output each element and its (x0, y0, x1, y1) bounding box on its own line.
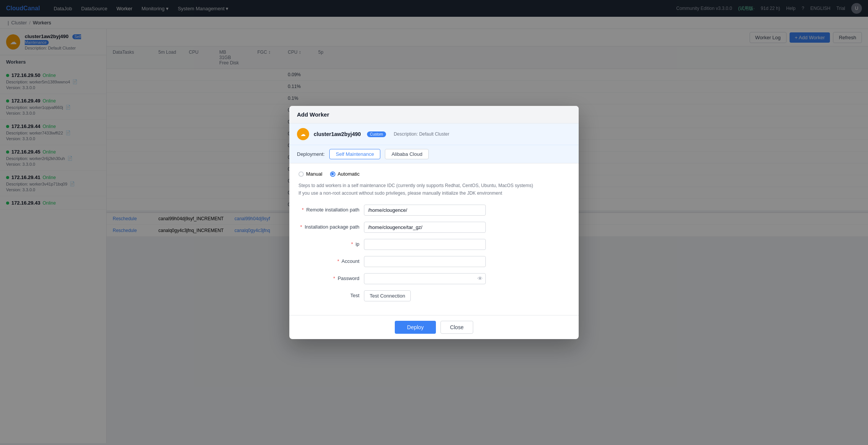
ip-input[interactable] (364, 239, 486, 250)
info-line2: If you use a non-root account without su… (298, 190, 570, 197)
radio-manual[interactable]: Manual (298, 171, 322, 177)
required-star: * (302, 207, 304, 213)
test-connection-row: Test Test Connection (298, 290, 570, 301)
account-label: * Account (298, 256, 359, 264)
remote-installation-row: * Remote installation path (298, 205, 570, 216)
account-row: * Account (298, 256, 570, 267)
remote-installation-input[interactable] (364, 205, 486, 216)
required-star: * (333, 275, 335, 281)
manual-radio-circle[interactable] (298, 171, 304, 177)
tab-alibaba-cloud[interactable]: Alibaba Cloud (385, 149, 429, 159)
automatic-radio-circle[interactable] (330, 171, 335, 177)
required-star: * (351, 241, 353, 247)
radio-automatic-label: Automatic (338, 171, 360, 177)
modal-footer: Deploy Close (289, 315, 579, 339)
modal-title: Add Worker (297, 111, 329, 118)
close-button[interactable]: Close (440, 321, 473, 334)
modal-cluster-avatar: ☁ (297, 128, 309, 140)
modal-overlay[interactable]: Add Worker ☁ cluster1aw2byj490 Custom De… (0, 0, 868, 443)
deployment-row: Deployment: Self Maintenance Alibaba Clo… (289, 145, 579, 163)
ip-label: * ip (298, 239, 359, 247)
info-line1: Steps to add workers in a self maintenan… (298, 182, 570, 189)
radio-manual-label: Manual (306, 171, 322, 177)
modal-cluster-desc: Description: Default Cluster (394, 131, 449, 137)
modal-cluster-badge: Custom (367, 131, 386, 137)
installation-package-input[interactable] (364, 222, 486, 233)
installation-package-label: * Installation package path (298, 222, 359, 230)
password-wrap: 👁 (364, 273, 486, 284)
required-star: * (300, 224, 302, 230)
info-text: Steps to add workers in a self maintenan… (298, 182, 570, 197)
modal-header: Add Worker (289, 106, 579, 123)
modal-body: Manual Automatic Steps to add workers in… (289, 163, 579, 315)
deployment-label: Deployment: (297, 151, 325, 157)
radio-automatic[interactable]: Automatic (330, 171, 360, 177)
modal-cluster-bar: ☁ cluster1aw2byj490 Custom Description: … (289, 123, 579, 145)
password-row: * Password 👁 (298, 273, 570, 284)
test-connection-button[interactable]: Test Connection (364, 290, 411, 301)
tab-self-maintenance[interactable]: Self Maintenance (329, 149, 380, 159)
ip-row: * ip (298, 239, 570, 250)
password-label: * Password (298, 273, 359, 281)
account-input[interactable] (364, 256, 486, 267)
modal-cluster-name: cluster1aw2byj490 (314, 131, 361, 137)
add-worker-modal: Add Worker ☁ cluster1aw2byj490 Custom De… (289, 106, 579, 339)
test-label: Test (298, 290, 359, 298)
password-input[interactable] (364, 273, 486, 284)
eye-icon[interactable]: 👁 (477, 275, 483, 282)
installation-package-row: * Installation package path (298, 222, 570, 233)
radio-group: Manual Automatic (298, 171, 570, 177)
required-star: * (337, 258, 339, 264)
deploy-button[interactable]: Deploy (395, 321, 436, 334)
remote-installation-label: * Remote installation path (298, 205, 359, 213)
